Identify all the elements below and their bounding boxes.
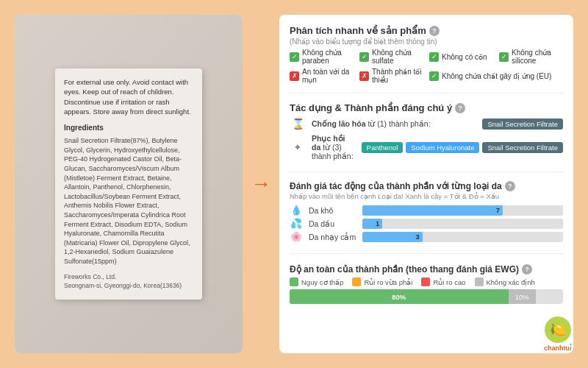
effects-title: Tác dụng & Thành phần đáng chú ý ? [290,102,563,113]
divider-2 [290,171,563,172]
sensitive-skin-label: Da nhạy cảm [309,233,356,241]
oily-skin-icon: 💦 [290,218,303,229]
quick-analysis-subtitle: (Nhấp vào biểu tượng để biết thêm thông … [290,38,563,46]
tag-panthenol[interactable]: Panthenol [362,142,404,153]
divider-1 [290,93,563,93]
effect-restore: ✦ Phục hồi da từ (3) thành phần: Panthen… [290,134,563,160]
ewg-help[interactable]: ? [522,264,532,275]
ingredients-title: Ingredients [64,122,193,133]
skin-types-section: Đánh giá tác động của thành phần với từn… [290,181,563,244]
check-icon-paraben: ✓ [290,52,299,62]
restore-label: Phục hồi da từ (3) thành phần: [312,134,356,160]
ewg-bar: 80% 10% [290,289,563,304]
product-box: For external use only. Avoid contact wit… [15,15,243,353]
check-icon-minimal: ✗ [359,71,369,81]
restore-tags: Panthenol Sodium Hyaluronate Snail Secre… [362,142,563,153]
check-item-acne[interactable]: ✗ An toàn với da mụn [290,68,354,84]
check-icon-acne: ✗ [290,71,299,81]
dry-skin-bar: 7 [362,205,563,216]
ewg-legend-unknown: Không xác định [475,277,535,286]
check-item-paraben[interactable]: ✓ Không chứa paraben [290,49,354,65]
ewg-dot-medium [352,277,361,286]
ewg-legend-high: Rủi ro cao [421,277,465,286]
check-item-minimal[interactable]: ✗ Thành phần tối thiểu [359,68,423,84]
arrow-icon: → [251,172,271,196]
check-icon-alcohol: ✓ [429,52,439,62]
quick-analysis-grid: ✓ Không chứa paraben ✓ Không chứa sulfat… [290,49,563,84]
analysis-panel: Phân tích nhanh về sản phẩm ? (Nhấp vào … [279,15,573,353]
skin-types-help[interactable]: ? [505,181,515,191]
effects-help[interactable]: ? [455,103,465,113]
ewg-dot-unknown [475,277,484,286]
sensitive-skin-fill: 3 [362,232,423,242]
tag-sodium-hyaluronate[interactable]: Sodium Hyaluronate [406,142,479,153]
divider-3 [290,253,563,254]
check-item-eu-allergen[interactable]: ✓ Không chứa chất gây dị ứng (EU) [429,68,563,84]
effect-antiaging: ⌛ Chống lão hóa từ (1) thành phần: Snail… [290,116,563,132]
tag-snail-secretion[interactable]: Snail Secretion Filtrate [482,118,563,130]
skin-types-subtitle: Nhấp vào mũi tên bên cạnh Loại da! Xanh … [290,192,563,200]
arrow-container: → [250,15,272,353]
sensitive-skin-bar: 3 [362,232,563,242]
antiaging-icon: ⌛ [290,116,306,132]
company-info: Fireworks Co., Ltd. Seongnam-si, Gyeongg… [64,272,193,291]
product-label: For external use only. Avoid contact wit… [55,68,202,300]
dry-skin-label: Da khô [309,206,356,215]
antiaging-label: Chống lão hóa từ (1) thành phần: [312,119,476,128]
check-item-silicone[interactable]: ✓ Không chứa silicone [499,49,563,65]
ingredients-list: Snail Secretion Filtrate(87%), Butylene … [64,136,193,266]
ewg-title: Độ an toàn của thành phần (theo thang đá… [290,264,563,275]
ewg-legend: Nguy cơ thấp Rủi ro vừa phải Rủi ro cao … [290,277,563,286]
logo-text: chanhtuỉ [544,344,572,352]
ewg-section: Độ an toàn của thành phần (theo thang đá… [290,264,563,304]
check-icon-silicone: ✓ [499,52,509,62]
check-icon-sulfate: ✓ [359,52,369,62]
logo-area: 🍋 chanhtuỉ [544,316,572,352]
dry-skin-icon: 💧 [290,205,303,216]
antiaging-tags: Snail Secretion Filtrate [482,118,563,130]
sensitive-skin-icon: 🌸 [290,231,303,242]
dry-skin-fill: 7 [362,205,503,216]
product-image-panel: For external use only. Avoid contact wit… [15,15,243,353]
skin-row-dry: 💧 Da khô 7 [290,205,563,216]
quick-analysis-section: Phân tích nhanh về sản phẩm ? (Nhấp vào … [290,25,563,84]
tag-snail-filtrate[interactable]: Snail Secretion Filtrate [482,142,563,153]
check-item-sulfate[interactable]: ✓ Không chứa sulfate [359,49,423,65]
check-item-alcohol[interactable]: ✓ Không có cồn [429,49,493,65]
check-icon-eu-allergen: ✓ [429,71,439,81]
ewg-bar-unknown: 10% [509,289,536,304]
skin-row-sensitive: 🌸 Da nhạy cảm 3 [290,231,563,242]
ewg-bar-low: 80% [290,289,509,304]
restore-icon: ✦ [290,139,306,155]
quick-analysis-title: Phân tích nhanh về sản phẩm ? [290,25,563,36]
main-container: For external use only. Avoid contact wit… [7,7,581,361]
skin-types-title: Đánh giá tác động của thành phần với từn… [290,181,563,191]
skin-row-oily: 💦 Da dầu 1 [290,218,563,229]
quick-analysis-help[interactable]: ? [429,26,440,36]
oily-skin-label: Da dầu [309,219,356,228]
ewg-dot-high [421,277,430,286]
oily-skin-bar: 1 [362,219,563,229]
effects-section: Tác dụng & Thành phần đáng chú ý ? ⌛ Chố… [290,102,563,163]
logo-icon: 🍋 [545,316,571,343]
warning-text: For external use only. Avoid contact wit… [64,77,193,116]
ewg-legend-medium: Rủi ro vừa phải [352,277,412,286]
ewg-dot-low [290,277,298,286]
ewg-legend-low: Nguy cơ thấp [290,277,343,286]
oily-skin-fill: 1 [362,219,382,229]
